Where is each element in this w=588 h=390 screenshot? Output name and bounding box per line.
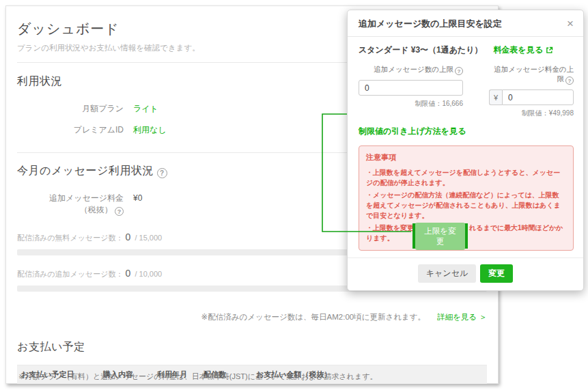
modal-header: 追加メッセージ数の上限目安を設定 ×	[348, 10, 583, 37]
plan-label: 月額プラン	[17, 103, 124, 115]
modal-title: 追加メッセージ数の上限目安を設定	[359, 18, 502, 30]
extra-fee-label: 追加メッセージ料金 （税抜） ?	[17, 193, 124, 216]
change-limit-button[interactable]: 上限を変更	[415, 223, 465, 250]
submit-change-button[interactable]: 変更	[480, 264, 513, 283]
screenshot-stage: ダッシュボード プランの利用状況やお支払い情報を確認できます。 利用状況 月額プ…	[0, 0, 588, 390]
plan-value: ライト	[133, 103, 158, 115]
plan-info-row: スタンダード ¥3〜（1通あたり） 料金表を見る	[359, 44, 574, 56]
yen-prefix: ¥	[489, 89, 502, 105]
annotation-highlight-box: 上限を変更	[412, 223, 468, 249]
message-count-limit: 制限値：16,666	[359, 99, 463, 109]
divider	[17, 365, 487, 365]
price-table-link[interactable]: 料金表を見る	[494, 44, 554, 56]
limit-inputs-row: 追加メッセージ数の上限? 制限値：16,666 追加メッセージ料金の上限? ¥	[359, 65, 574, 118]
premium-id-label: プレミアムID	[17, 124, 124, 136]
extra-fee-value: ¥0	[133, 193, 142, 204]
fee-inputbox: ¥	[489, 89, 574, 105]
message-count-field-group: 追加メッセージ数の上限? 制限値：16,666	[359, 65, 463, 118]
help-icon[interactable]: ?	[115, 207, 124, 216]
details-link[interactable]: 詳細を見る ＞	[437, 313, 487, 321]
message-count-inputbox	[359, 80, 463, 96]
update-note: ※配信済みのメッセージ数は、毎日AM2:00頃に更新されます。 詳細を見る ＞	[17, 312, 487, 322]
help-icon[interactable]: ?	[565, 76, 574, 85]
extra-used-count: 0	[126, 268, 131, 279]
modal-footer: キャンセル 変更	[348, 257, 583, 290]
warning-item: ・メッセージの配信方法（連続配信など）によっては、上限数を超えてメッセージが配信…	[366, 190, 566, 221]
plan-name: スタンダード ¥3〜（1通あたり）	[359, 44, 483, 56]
message-count-label: 追加メッセージ数の上限?	[359, 65, 463, 75]
fee-input[interactable]	[502, 89, 574, 105]
limit-settings-modal: 追加メッセージ数の上限目安を設定 × スタンダード ¥3〜（1通あたり） 料金表…	[347, 10, 584, 291]
fee-label: 追加メッセージ料金の上限?	[489, 65, 574, 85]
free-used-count: 0	[126, 232, 131, 242]
fee-field-group: 追加メッセージ料金の上限? ¥ 制限値：¥49,998	[489, 65, 574, 118]
help-icon[interactable]: ?	[455, 67, 463, 75]
message-count-input[interactable]	[359, 80, 463, 96]
billing-footnote: ※月額プラン（有料）と追加メッセージの料金は、日本標準時(JST)に基づいて集計…	[18, 372, 378, 382]
payments-section-heading: お支払い予定	[17, 340, 487, 354]
premium-id-value: 利用なし	[133, 124, 167, 136]
warning-title: 注意事項	[366, 152, 566, 163]
help-icon[interactable]: ?	[157, 168, 167, 178]
external-link-icon	[546, 46, 553, 54]
cancel-button[interactable]: キャンセル	[418, 264, 476, 283]
modal-body: スタンダード ¥3〜（1通あたり） 料金表を見る 追加メッセージ数の上限?	[348, 37, 583, 251]
warning-item: ・上限数を超えてメッセージを配信しようとすると、メッセージの配信が停止されます。	[366, 167, 566, 188]
close-icon[interactable]: ×	[567, 19, 574, 29]
fee-limit: 制限値：¥49,998	[489, 109, 574, 118]
raise-limit-link[interactable]: 制限値の引き上げ方法を見る	[359, 126, 466, 137]
